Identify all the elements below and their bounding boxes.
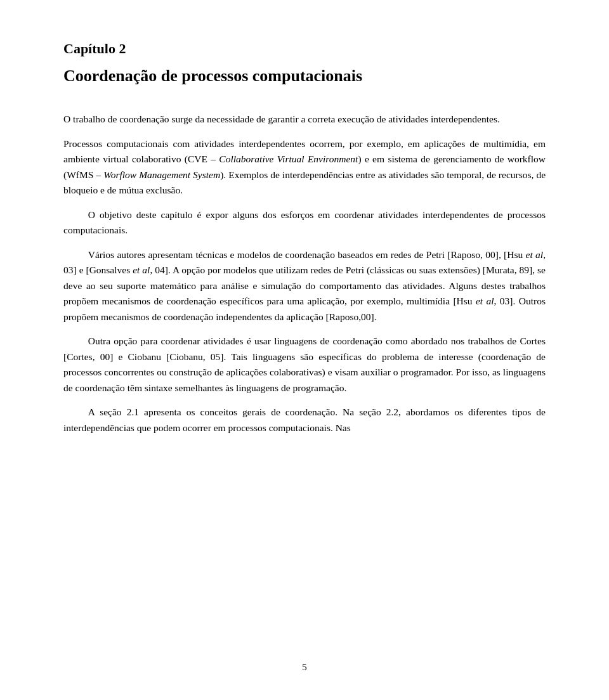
- paragraph-6-text: A seção 2.1 apresenta os conceitos gerai…: [63, 406, 546, 432]
- italic-et-al-1: et al: [526, 249, 544, 260]
- paragraph-2-text: Processos computacionais com atividades …: [63, 138, 546, 195]
- page: Capítulo 2 Coordenação de processos comp…: [0, 0, 609, 700]
- chapter-title: Coordenação de processos computacionais: [63, 63, 546, 89]
- paragraph-2: Processos computacionais com atividades …: [63, 136, 546, 198]
- italic-cve: Collaborative Virtual Environment: [219, 153, 358, 164]
- paragraph-3-text: O objetivo deste capítulo é expor alguns…: [63, 209, 546, 235]
- body-text: O trabalho de coordenação surge da neces…: [63, 112, 546, 436]
- italic-et-al-3: et al: [476, 295, 494, 306]
- paragraph-4: Vários autores apresentam técnicas e mod…: [63, 247, 546, 325]
- italic-wfms: Worflow Management System: [103, 169, 220, 180]
- paragraph-5-text: Outra opção para coordenar atividades é …: [63, 335, 546, 392]
- paragraph-4-text: Vários autores apresentam técnicas e mod…: [63, 249, 546, 322]
- paragraph-1-text: O trabalho de coordenação surge da neces…: [63, 113, 500, 124]
- chapter-label: Capítulo 2: [63, 38, 546, 60]
- paragraph-3: O objetivo deste capítulo é expor alguns…: [63, 207, 546, 238]
- italic-et-al-2: et al: [133, 264, 150, 275]
- paragraph-6: A seção 2.1 apresenta os conceitos gerai…: [63, 405, 546, 436]
- paragraph-5: Outra opção para coordenar atividades é …: [63, 334, 546, 396]
- page-number: 5: [0, 660, 609, 675]
- paragraph-1: O trabalho de coordenação surge da neces…: [63, 112, 546, 127]
